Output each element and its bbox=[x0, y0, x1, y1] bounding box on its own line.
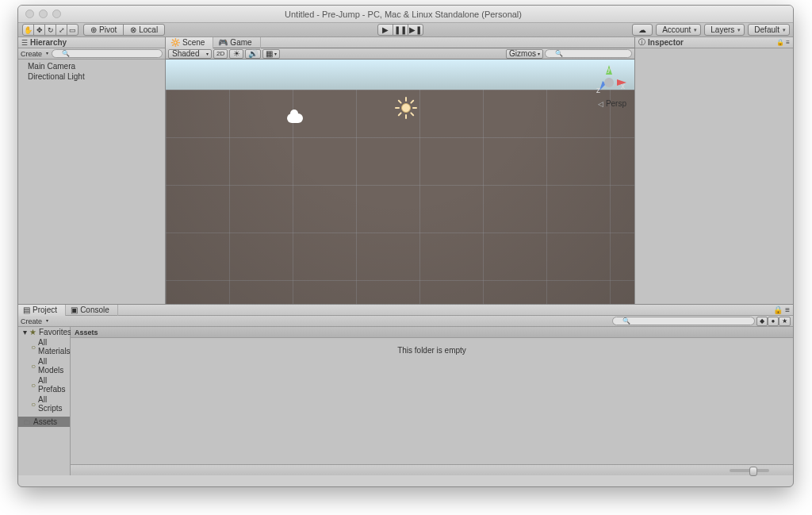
tab-console[interactable]: ▣Console bbox=[66, 305, 118, 316]
assets-folder[interactable]: 🗀Assets bbox=[18, 417, 70, 427]
minimize-window-button[interactable] bbox=[39, 10, 48, 18]
favorites-folder[interactable]: ▾★Favorites bbox=[18, 327, 70, 337]
scale-icon: ⤢ bbox=[59, 26, 65, 34]
svg-text:z: z bbox=[596, 86, 600, 94]
asset-footer bbox=[71, 464, 793, 475]
gizmos-dropdown[interactable]: Gizmos▾ bbox=[506, 49, 543, 59]
svg-text:x: x bbox=[621, 82, 625, 90]
main-toolbar: ✋ ✥ ↻ ⤢ ▭ ⊕Pivot ⊗Local ▶ ❚❚ ▶❚ ☁ Accoun… bbox=[18, 23, 793, 37]
account-dropdown[interactable]: Account bbox=[656, 24, 701, 36]
project-area: ▤Project ▣Console 🔒 ≡ Create 🔍 ◆ ● ★ ▾★F… bbox=[18, 304, 793, 475]
zoom-window-button[interactable] bbox=[52, 10, 61, 18]
search-saved-icon: ○ bbox=[31, 400, 36, 409]
light-icon: ☀ bbox=[233, 49, 240, 58]
inspector-icon: ⓘ bbox=[638, 37, 645, 48]
cloud-icon: ☁ bbox=[638, 25, 646, 34]
rotate-tool-button[interactable]: ↻ bbox=[44, 24, 56, 36]
project-icon: ▤ bbox=[23, 306, 30, 314]
panel-menu-icon[interactable]: 🔒 ≡ bbox=[773, 306, 793, 314]
hierarchy-create-button[interactable]: Create bbox=[21, 50, 50, 58]
star-icon: ★ bbox=[29, 328, 36, 336]
hierarchy-item[interactable]: Directional Light bbox=[18, 71, 165, 82]
orientation-gizmo[interactable]: y x z bbox=[590, 63, 628, 102]
layout-dropdown[interactable]: Default bbox=[748, 24, 790, 36]
console-icon: ▣ bbox=[71, 306, 78, 314]
tree-item[interactable]: ○All Scripts bbox=[18, 394, 70, 413]
scene-icon: 🔆 bbox=[170, 38, 180, 47]
scale-tool-button[interactable]: ⤢ bbox=[56, 24, 67, 36]
pause-button[interactable]: ❚❚ bbox=[393, 24, 408, 36]
rect-icon: ▭ bbox=[69, 26, 76, 34]
hierarchy-tab[interactable]: ☰ Hierarchy bbox=[18, 37, 165, 48]
pause-icon: ❚❚ bbox=[394, 25, 407, 34]
tab-scene[interactable]: 🔆Scene bbox=[166, 37, 213, 48]
project-tree: ▾★Favorites ○All Materials ○All Models ○… bbox=[18, 327, 71, 475]
rect-tool-button[interactable]: ▭ bbox=[67, 24, 79, 36]
scene-search-input[interactable]: 🔍 bbox=[545, 49, 632, 58]
asset-breadcrumb[interactable]: Assets bbox=[71, 327, 793, 338]
sky bbox=[166, 60, 634, 90]
layout-label: Default bbox=[754, 25, 779, 34]
hierarchy-list: Main Camera Directional Light bbox=[18, 60, 165, 304]
window-title: Untitled - Pre-Jump - PC, Mac & Linux St… bbox=[61, 10, 745, 19]
tree-item[interactable]: ○All Models bbox=[18, 356, 70, 375]
fx-toggle[interactable]: ▦▾ bbox=[262, 49, 280, 59]
gizmos-label: Gizmos bbox=[509, 49, 536, 58]
2d-toggle[interactable]: 2D bbox=[213, 49, 228, 59]
play-controls: ▶ ❚❚ ▶❚ bbox=[377, 24, 423, 36]
cloud-button[interactable]: ☁ bbox=[632, 24, 653, 36]
folder-icon: 🗀 bbox=[23, 417, 31, 426]
scene-viewport[interactable]: y x z ◁ Persp bbox=[166, 60, 634, 304]
directional-light-gizmo[interactable] bbox=[394, 96, 418, 120]
local-label: Local bbox=[139, 25, 158, 34]
lock-icon[interactable]: 🔒 ≡ bbox=[776, 39, 790, 46]
thumbnail-size-slider[interactable] bbox=[730, 469, 769, 472]
camera-mode-label[interactable]: ◁ Persp bbox=[598, 99, 626, 108]
account-label: Account bbox=[662, 25, 691, 34]
tree-item[interactable]: ○All Prefabs bbox=[18, 375, 70, 394]
shading-label: Shaded bbox=[172, 49, 199, 58]
project-create-button[interactable]: Create bbox=[21, 317, 50, 325]
svg-text:y: y bbox=[607, 64, 611, 73]
shading-dropdown[interactable]: Shaded▾ bbox=[168, 49, 212, 59]
close-window-button[interactable] bbox=[25, 10, 34, 18]
hierarchy-title: Hierarchy bbox=[30, 38, 67, 47]
audio-icon: 🔊 bbox=[248, 49, 258, 58]
window-controls bbox=[18, 10, 61, 18]
pivot-label: Pivot bbox=[99, 25, 117, 34]
search-saved-icon: ○ bbox=[31, 343, 36, 352]
rotate-icon: ↻ bbox=[48, 26, 54, 34]
move-tool-button[interactable]: ✥ bbox=[33, 24, 45, 36]
inspector-title: Inspector bbox=[648, 38, 684, 47]
tab-project[interactable]: ▤Project bbox=[18, 305, 66, 316]
lighting-toggle[interactable]: ☀ bbox=[229, 49, 243, 59]
game-icon: 🎮 bbox=[218, 38, 228, 47]
step-button[interactable]: ▶❚ bbox=[408, 24, 423, 36]
hand-tool-button[interactable]: ✋ bbox=[22, 24, 34, 36]
project-search-input[interactable]: 🔍 bbox=[612, 317, 755, 325]
camera-gizmo[interactable] bbox=[287, 113, 303, 123]
svg-point-3 bbox=[604, 78, 614, 87]
layers-label: Layers bbox=[710, 25, 734, 34]
filter-button-2[interactable]: ● bbox=[768, 317, 779, 326]
pivot-toggle[interactable]: ⊕Pivot bbox=[83, 24, 124, 36]
hierarchy-search-input[interactable]: 🔍 bbox=[52, 49, 163, 58]
local-icon: ⊗ bbox=[130, 25, 136, 34]
tab-game[interactable]: 🎮Game bbox=[213, 37, 260, 48]
local-toggle[interactable]: ⊗Local bbox=[123, 24, 165, 36]
asset-grid[interactable]: This folder is empty bbox=[71, 338, 793, 464]
audio-toggle[interactable]: 🔊 bbox=[245, 49, 261, 59]
hierarchy-item[interactable]: Main Camera bbox=[18, 61, 165, 71]
play-button[interactable]: ▶ bbox=[377, 24, 393, 36]
filter-button-3[interactable]: ★ bbox=[779, 317, 791, 326]
titlebar: Untitled - Pre-Jump - PC, Mac & Linux St… bbox=[18, 6, 793, 23]
transform-tools: ✋ ✥ ↻ ⤢ ▭ bbox=[22, 24, 79, 36]
inspector-tab[interactable]: ⓘ Inspector 🔒 ≡ bbox=[635, 37, 793, 48]
layers-dropdown[interactable]: Layers bbox=[704, 24, 745, 36]
console-tab-label: Console bbox=[80, 306, 109, 314]
search-saved-icon: ○ bbox=[31, 381, 36, 390]
inspector-panel: ⓘ Inspector 🔒 ≡ bbox=[634, 37, 793, 304]
move-icon: ✥ bbox=[36, 26, 43, 34]
filter-button-1[interactable]: ◆ bbox=[756, 317, 768, 326]
tree-item[interactable]: ○All Materials bbox=[18, 337, 70, 356]
